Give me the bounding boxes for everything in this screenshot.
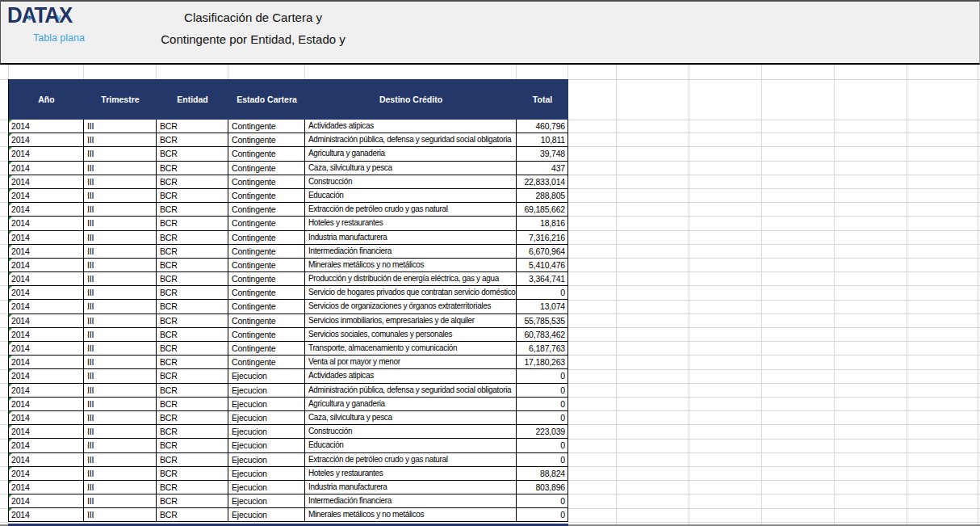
cell-destino[interactable]: Educación — [305, 439, 517, 452]
cell-total[interactable]: 3,364,741 — [517, 272, 568, 285]
cell-entidad[interactable]: BCR — [157, 384, 228, 397]
cell-trimestre[interactable]: III — [84, 300, 157, 313]
cell-destino[interactable]: Servicio de hogares privados que contrat… — [305, 286, 517, 299]
cell-total[interactable]: 0 — [517, 411, 568, 424]
cell-trimestre[interactable]: III — [84, 328, 157, 341]
cell-entidad[interactable]: BCR — [157, 467, 228, 480]
cell-destino[interactable]: Caza, silvicultura y pesca — [305, 411, 517, 424]
cell-ano[interactable]: 2014 — [9, 133, 84, 146]
cell-destino[interactable]: Minerales metálicos y no metálicos — [305, 259, 517, 271]
column-header-estado[interactable]: Estado Cartera — [228, 95, 305, 104]
cell-entidad[interactable]: BCR — [157, 147, 228, 160]
cell-ano[interactable]: 2014 — [9, 245, 84, 258]
cell-ano[interactable]: 2014 — [9, 147, 84, 160]
cell-trimestre[interactable]: III — [84, 203, 157, 216]
cell-ano[interactable]: 2014 — [9, 453, 84, 466]
cell-trimestre[interactable]: III — [84, 356, 157, 368]
cell-entidad[interactable]: BCR — [157, 398, 228, 410]
cell-estado[interactable]: Ejecucion — [228, 384, 305, 397]
cell-estado[interactable]: Contingente — [228, 245, 305, 258]
cell-ano[interactable]: 2014 — [9, 203, 84, 216]
cell-ano[interactable]: 2014 — [9, 384, 84, 397]
cell-trimestre[interactable]: III — [84, 162, 157, 175]
column-header-destino[interactable]: Destino Crédito — [305, 95, 517, 104]
cell-destino[interactable]: Agricultura y ganaderia — [305, 398, 517, 410]
cell-estado[interactable]: Ejecucion — [228, 439, 305, 452]
column-header-ano[interactable]: Año — [9, 95, 84, 104]
cell-entidad[interactable]: BCR — [157, 425, 228, 438]
cell-ano[interactable]: 2014 — [9, 189, 84, 202]
cell-ano[interactable]: 2014 — [9, 481, 84, 494]
cell-trimestre[interactable]: III — [84, 398, 157, 410]
cell-destino[interactable]: Construcción — [305, 425, 517, 438]
cell-ano[interactable]: 2014 — [9, 328, 84, 341]
cell-total[interactable]: 0 — [517, 453, 568, 466]
cell-entidad[interactable]: BCR — [157, 342, 228, 355]
cell-entidad[interactable]: BCR — [157, 189, 228, 202]
cell-destino[interactable]: Venta al por mayor y menor — [305, 356, 517, 368]
cell-entidad[interactable]: BCR — [157, 439, 228, 452]
cell-trimestre[interactable]: III — [84, 425, 157, 438]
cell-trimestre[interactable]: III — [84, 508, 157, 521]
cell-ano[interactable]: 2014 — [9, 272, 84, 285]
cell-ano[interactable]: 2014 — [9, 231, 84, 244]
cell-destino[interactable]: Transporte, almacenamiento y comunicació… — [305, 342, 517, 355]
cell-total[interactable]: 60,783,462 — [517, 328, 568, 341]
cell-total[interactable]: 88,824 — [517, 467, 568, 480]
cell-estado[interactable]: Contingente — [228, 147, 305, 160]
cell-estado[interactable]: Ejecucion — [228, 494, 305, 507]
cell-ano[interactable]: 2014 — [9, 286, 84, 299]
cell-entidad[interactable]: BCR — [157, 272, 228, 285]
cell-ano[interactable]: 2014 — [9, 175, 84, 188]
cell-total[interactable]: 22,833,014 — [517, 175, 568, 188]
cell-entidad[interactable]: BCR — [157, 314, 228, 327]
cell-entidad[interactable]: BCR — [157, 369, 228, 382]
cell-ano[interactable]: 2014 — [9, 217, 84, 229]
cell-destino[interactable]: Construcción — [305, 175, 517, 188]
cell-entidad[interactable]: BCR — [157, 120, 228, 133]
cell-estado[interactable]: Contingente — [228, 342, 305, 355]
cell-total[interactable]: 0 — [517, 384, 568, 397]
cell-entidad[interactable]: BCR — [157, 175, 228, 188]
cell-total[interactable]: 0 — [517, 508, 568, 521]
cell-total[interactable]: 0 — [517, 369, 568, 382]
cell-total[interactable]: 288,805 — [517, 189, 568, 202]
cell-total[interactable]: 6,670,964 — [517, 245, 568, 258]
cell-total[interactable]: 803,896 — [517, 481, 568, 494]
cell-destino[interactable]: Actividades atipicas — [305, 369, 517, 382]
cell-ano[interactable]: 2014 — [9, 494, 84, 507]
cell-entidad[interactable]: BCR — [157, 508, 228, 521]
cell-total[interactable]: 460,796 — [517, 120, 568, 133]
cell-trimestre[interactable]: III — [84, 217, 157, 229]
cell-destino[interactable]: Servicios inmobiliarios, empresariales y… — [305, 314, 517, 327]
cell-entidad[interactable]: BCR — [157, 481, 228, 494]
cell-trimestre[interactable]: III — [84, 453, 157, 466]
cell-destino[interactable]: Servicios sociales, comunales y personal… — [305, 328, 517, 341]
cell-trimestre[interactable]: III — [84, 481, 157, 494]
cell-trimestre[interactable]: III — [84, 342, 157, 355]
cell-estado[interactable]: Contingente — [228, 259, 305, 271]
cell-trimestre[interactable]: III — [84, 411, 157, 424]
cell-ano[interactable]: 2014 — [9, 467, 84, 480]
cell-destino[interactable]: Educación — [305, 189, 517, 202]
cell-total[interactable]: 13,074 — [517, 300, 568, 313]
cell-total[interactable]: 437 — [517, 162, 568, 175]
cell-entidad[interactable]: BCR — [157, 231, 228, 244]
cell-destino[interactable]: Actividades atipicas — [305, 120, 517, 133]
cell-total[interactable]: 0 — [517, 286, 568, 299]
cell-entidad[interactable]: BCR — [157, 259, 228, 271]
cell-trimestre[interactable]: III — [84, 369, 157, 382]
cell-trimestre[interactable]: III — [84, 133, 157, 146]
cell-total[interactable]: 18,816 — [517, 217, 568, 229]
cell-trimestre[interactable]: III — [84, 147, 157, 160]
cell-estado[interactable]: Ejecucion — [228, 411, 305, 424]
cell-trimestre[interactable]: III — [84, 314, 157, 327]
cell-total[interactable]: 69,185,662 — [517, 203, 568, 216]
cell-entidad[interactable]: BCR — [157, 133, 228, 146]
column-header-trimestre[interactable]: Trimestre — [84, 95, 157, 104]
cell-estado[interactable]: Contingente — [228, 300, 305, 313]
cell-entidad[interactable]: BCR — [157, 411, 228, 424]
cell-entidad[interactable]: BCR — [157, 162, 228, 175]
cell-total[interactable]: 55,785,535 — [517, 314, 568, 327]
cell-entidad[interactable]: BCR — [157, 245, 228, 258]
